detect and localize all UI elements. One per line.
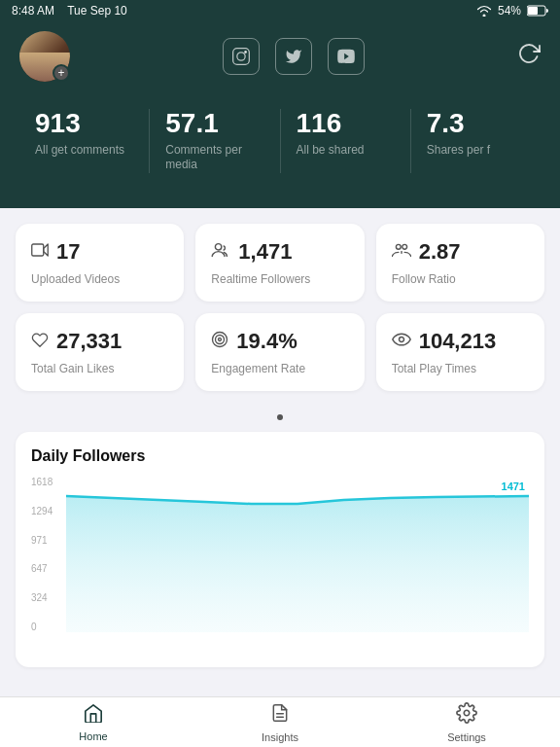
battery-icon <box>527 5 548 17</box>
chart-wrap: 1618 1294 971 647 324 0 1471 <box>31 477 529 652</box>
stat-shares-value: 7.3 <box>427 109 525 139</box>
card-likes-label: Total Gain Likes <box>31 362 168 375</box>
svg-point-9 <box>396 244 401 249</box>
pagination-dot <box>277 414 283 420</box>
stat-shares: 7.3 Shares per f <box>411 109 541 173</box>
chart-y-labels: 1618 1294 971 647 324 0 <box>31 477 62 632</box>
twitter-icon[interactable] <box>275 38 312 75</box>
card-top: 27,331 <box>31 329 168 354</box>
card-play-label: Total Play Times <box>392 362 529 375</box>
card-total-likes: 27,331 Total Gain Likes <box>16 313 184 391</box>
ratio-icon <box>392 242 411 262</box>
card-follow-ratio: 2.87 Follow Ratio <box>376 224 544 302</box>
nav-insights[interactable]: Insights <box>187 697 373 747</box>
stat-shared-value: 116 <box>297 109 395 139</box>
svg-point-17 <box>464 710 470 716</box>
svg-point-4 <box>245 52 247 53</box>
svg-point-8 <box>216 244 222 250</box>
nav-settings[interactable]: Settings <box>373 697 560 747</box>
card-engagement-label: Engagement Rate <box>211 362 348 375</box>
y-label-2: 971 <box>31 535 62 546</box>
chart-title: Daily Followers <box>31 447 529 465</box>
status-right: 54% <box>476 4 548 18</box>
svg-point-13 <box>219 338 222 340</box>
header-top: + <box>19 31 541 82</box>
video-icon <box>31 243 49 261</box>
y-label-1: 1294 <box>31 506 62 516</box>
card-followers-label: Realtime Followers <box>211 272 348 286</box>
card-top: 2.87 <box>392 239 529 265</box>
settings-icon <box>456 702 477 729</box>
card-top: 19.4% <box>211 329 348 354</box>
instagram-icon[interactable] <box>223 38 260 75</box>
heart-icon <box>31 332 49 351</box>
nav-home-label: Home <box>79 730 107 742</box>
target-icon <box>211 331 228 352</box>
card-likes-value: 27,331 <box>56 329 122 354</box>
stat-comments-media: 57.1 Comments per media <box>150 109 280 173</box>
y-label-0: 1618 <box>31 477 62 487</box>
add-account-button[interactable]: + <box>52 64 70 82</box>
header: + <box>0 21 560 208</box>
chart-value-label: 1471 <box>502 480 525 492</box>
card-ratio-value: 2.87 <box>419 239 461 265</box>
svg-point-3 <box>237 53 245 60</box>
cards-section: 17 Uploaded Videos 1,471 Realtime Follow… <box>0 208 560 410</box>
stat-shared-label: All be shared <box>297 143 395 159</box>
chart-area: 1471 <box>66 477 529 632</box>
y-label-4: 324 <box>31 592 62 603</box>
y-label-5: 0 <box>31 622 62 632</box>
status-bar: 8:48 AM Tue Sep 10 54% <box>0 0 560 21</box>
card-realtime-followers: 1,471 Realtime Followers <box>195 224 364 302</box>
svg-point-10 <box>402 244 406 249</box>
stats-row: 913 All get comments 57.1 Comments per m… <box>19 101 541 193</box>
chart-section: Daily Followers 1618 1294 971 647 324 0 <box>16 432 544 667</box>
cards-row-1: 17 Uploaded Videos 1,471 Realtime Follow… <box>16 224 544 302</box>
social-icons <box>223 38 365 75</box>
nav-home[interactable]: Home <box>0 697 187 747</box>
card-uploaded-videos-label: Uploaded Videos <box>31 272 168 286</box>
bottom-nav: Home Insights Settings <box>0 696 560 747</box>
svg-point-12 <box>216 335 225 343</box>
stat-shared: 116 All be shared <box>281 109 411 173</box>
nav-insights-label: Insights <box>262 731 298 743</box>
stat-comments-media-value: 57.1 <box>165 109 263 139</box>
card-top: 17 <box>31 239 168 265</box>
home-icon <box>83 703 104 728</box>
y-label-3: 647 <box>31 563 62 574</box>
battery-level: 54% <box>498 4 521 18</box>
refresh-button[interactable] <box>517 42 541 71</box>
svg-rect-6 <box>32 244 44 256</box>
chart-svg <box>66 477 529 632</box>
card-uploaded-videos-value: 17 <box>56 239 80 265</box>
wifi-icon <box>476 5 492 17</box>
stat-comments-value: 913 <box>35 109 133 139</box>
card-engagement-rate: 19.4% Engagement Rate <box>195 313 364 391</box>
svg-rect-2 <box>233 49 250 65</box>
card-play-times: 104,213 Total Play Times <box>376 313 544 391</box>
status-time: 8:48 AM Tue Sep 10 <box>12 4 127 18</box>
youtube-icon[interactable] <box>328 38 365 75</box>
card-uploaded-videos: 17 Uploaded Videos <box>16 224 184 302</box>
cards-row-2: 27,331 Total Gain Likes 19.4% Engagement… <box>16 313 544 391</box>
svg-point-14 <box>399 337 403 341</box>
eye-icon <box>392 333 411 350</box>
card-engagement-value: 19.4% <box>236 329 297 354</box>
svg-rect-1 <box>528 7 538 15</box>
pagination <box>0 410 560 432</box>
stat-comments: 913 All get comments <box>19 109 150 173</box>
insights-icon <box>270 702 290 729</box>
avatar[interactable]: + <box>19 31 70 82</box>
people-icon <box>211 242 230 262</box>
card-ratio-label: Follow Ratio <box>392 272 529 286</box>
card-top: 104,213 <box>392 329 529 354</box>
stat-comments-media-label: Comments per media <box>165 143 263 173</box>
svg-point-11 <box>213 332 228 346</box>
card-followers-value: 1,471 <box>238 239 292 265</box>
stat-shares-label: Shares per f <box>427 143 525 159</box>
card-top: 1,471 <box>211 239 348 265</box>
card-play-value: 104,213 <box>419 329 497 354</box>
nav-settings-label: Settings <box>447 731 486 743</box>
stat-comments-label: All get comments <box>35 143 133 159</box>
